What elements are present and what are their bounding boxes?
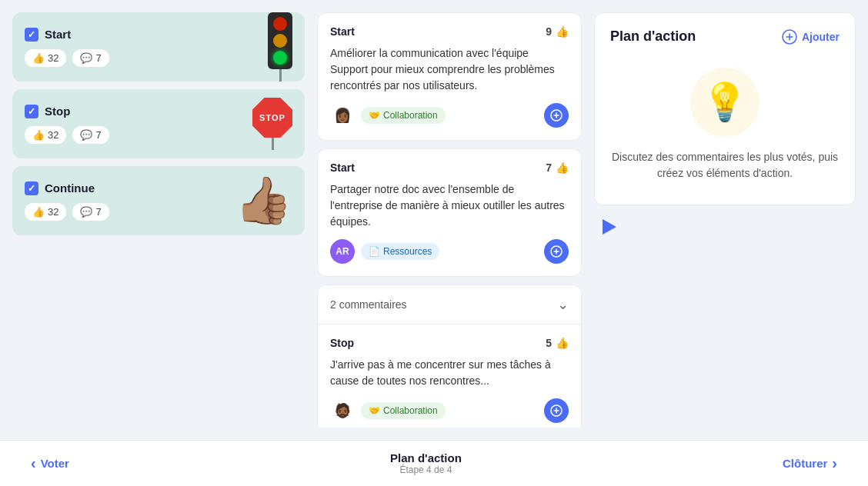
stop-card-footer: 🧔🏾 🤝 Collaboration [330, 398, 569, 423]
stop-card-votes: 5 👍 [546, 337, 569, 349]
category-card-stop[interactable]: Stop 👍 32 💬 7 STOP [12, 89, 305, 158]
stop-sign-icon: STOP [252, 98, 292, 150]
chevron-down-icon: ⌄ [557, 296, 569, 313]
thumbs-icon: 👍 [32, 129, 45, 141]
middle-panel: Start 9 👍 Améliorer la communication ave… [317, 12, 582, 428]
start-stats: 👍 32 💬 7 [25, 49, 109, 67]
card-text-1: Améliorer la communication avec l'équipe… [330, 45, 569, 94]
tag-collaboration-stop: 🤝 Collaboration [361, 402, 446, 419]
action-plan-card: Plan d'action Ajouter 💡 Discutez des com… [594, 12, 856, 205]
add-action-btn-2[interactable] [544, 239, 569, 264]
thumbs-icon: 👍 [556, 337, 569, 349]
bottom-title: Plan d'action [390, 451, 462, 464]
thumbs-icon: 👍 [32, 52, 45, 64]
add-action-btn-1[interactable] [544, 103, 569, 128]
voter-label: Voter [41, 457, 69, 470]
card-header-2: Start 7 👍 [330, 161, 569, 174]
category-left-continue: Continue 👍 32 💬 7 [25, 181, 109, 221]
traffic-light-icon [268, 12, 292, 82]
bottom-bar: Voter Plan d'action Étape 4 de 4 Clôture… [0, 440, 868, 486]
category-left-start: Start 👍 32 💬 7 [25, 28, 109, 67]
avatar-stop: 🧔🏾 [330, 398, 355, 423]
card-text-2: Partager notre doc avec l'ensemble de l'… [330, 181, 569, 230]
comments-header[interactable]: 2 commentaires ⌄ [318, 285, 581, 325]
comment-icon: 💬 [80, 206, 92, 218]
action-plan-desc: Discutez des commentaires les plus votés… [610, 149, 840, 181]
card-category-1: Start [330, 25, 355, 38]
card-footer-2: AR 📄 Ressources [330, 239, 569, 264]
stop-card-header: Stop 5 👍 [330, 337, 569, 349]
add-action-btn-stop[interactable] [544, 398, 569, 423]
ajouter-button[interactable]: Ajouter [782, 29, 840, 45]
ajouter-label: Ajouter [802, 31, 840, 43]
bottom-center: Plan d'action Étape 4 de 4 [390, 451, 462, 475]
stop-comments: 💬 7 [72, 126, 108, 144]
tag-collaboration-1: 🤝 Collaboration [361, 107, 446, 124]
card-footer-left-2: AR 📄 Ressources [330, 239, 439, 264]
stop-card-text: J'arrive pas à me concentrer sur mes tâc… [330, 357, 569, 389]
continue-likes: 👍 32 [25, 203, 66, 221]
voter-button[interactable]: Voter [31, 454, 69, 472]
avatar-initials-2: AR [330, 239, 355, 264]
tag-ressources-2: 📄 Ressources [361, 243, 439, 260]
chevron-right-icon [832, 454, 837, 472]
right-panel: Plan d'action Ajouter 💡 Discutez des com… [594, 12, 856, 428]
thumbs-icon: 👍 [556, 25, 569, 38]
card-votes-2: 7 👍 [546, 161, 569, 174]
stop-stats: 👍 32 💬 7 [25, 126, 109, 144]
category-title-row: Start [25, 28, 109, 42]
card-votes-1: 9 👍 [546, 25, 569, 38]
thumbs-up-icon: 👍🏽 [235, 178, 292, 224]
cloture-button[interactable]: Clôturer [783, 454, 837, 472]
play-button[interactable] [594, 213, 622, 241]
card-header-1: Start 9 👍 [330, 25, 569, 38]
action-plan-header: Plan d'action Ajouter [610, 28, 840, 45]
start-likes: 👍 32 [25, 49, 66, 67]
thumbs-icon: 👍 [556, 161, 569, 174]
play-triangle-icon [603, 219, 616, 235]
thumbs-icon: 👍 [32, 206, 45, 218]
lightbulb-icon: 💡 [690, 68, 760, 137]
stop-likes: 👍 32 [25, 126, 66, 144]
ressources-icon: 📄 [369, 246, 380, 257]
stop-title-row: Stop [25, 105, 109, 118]
stop-checkbox[interactable] [25, 105, 38, 118]
stop-card: Stop 5 👍 J'arrive pas à me concentrer su… [318, 325, 581, 428]
continue-comments: 💬 7 [72, 203, 108, 221]
cloture-label: Clôturer [783, 457, 827, 470]
start-comments: 💬 7 [72, 49, 108, 67]
comment-icon: 💬 [80, 52, 92, 64]
card-category-2: Start [330, 161, 355, 174]
chevron-left-icon [31, 454, 36, 472]
card-start-1: Start 9 👍 Améliorer la communication ave… [317, 12, 582, 141]
start-label: Start [45, 28, 71, 41]
card-footer-left-1: 👩🏾 🤝 Collaboration [330, 103, 446, 128]
continue-title-row: Continue [25, 181, 109, 195]
stop-card-footer-left: 🧔🏾 🤝 Collaboration [330, 398, 446, 423]
card-start-2: Start 7 👍 Partager notre doc avec l'ense… [317, 148, 582, 277]
category-card-continue[interactable]: Continue 👍 32 💬 7 👍🏽 [12, 166, 305, 235]
start-checkbox[interactable] [25, 28, 38, 42]
stop-label: Stop [45, 105, 70, 118]
continue-label: Continue [45, 181, 95, 195]
continue-stats: 👍 32 💬 7 [25, 203, 109, 221]
collab-icon: 🤝 [369, 405, 380, 416]
comment-icon: 💬 [80, 129, 92, 141]
stop-card-category: Stop [330, 337, 354, 349]
action-plan-empty: 💡 Discutez des commentaires les plus vot… [610, 60, 840, 189]
continue-checkbox[interactable] [25, 181, 38, 195]
avatar-1: 👩🏾 [330, 103, 355, 128]
bottom-subtitle: Étape 4 de 4 [390, 464, 462, 475]
left-panel: Start 👍 32 💬 7 [12, 12, 305, 428]
comments-section: 2 commentaires ⌄ Stop 5 👍 J'arrive pas à… [317, 285, 582, 428]
collab-icon: 🤝 [369, 110, 380, 121]
card-footer-1: 👩🏾 🤝 Collaboration [330, 103, 569, 128]
category-left-stop: Stop 👍 32 💬 7 [25, 105, 109, 144]
action-plan-title: Plan d'action [610, 28, 696, 45]
comments-label: 2 commentaires [330, 298, 407, 311]
category-card-start[interactable]: Start 👍 32 💬 7 [12, 12, 305, 82]
